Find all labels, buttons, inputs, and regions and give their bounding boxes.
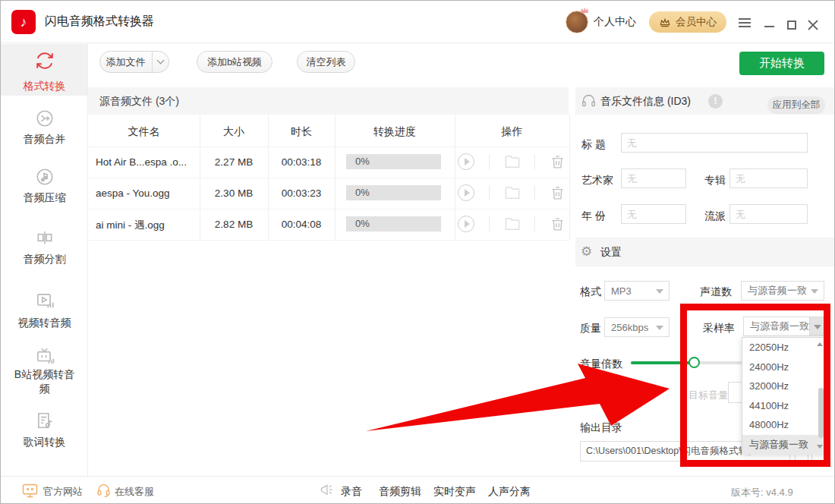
divider xyxy=(489,216,490,232)
close-button[interactable] xyxy=(808,20,818,30)
avatar-crown-icon xyxy=(579,6,590,14)
settings-title: 设置 xyxy=(600,246,622,260)
vip-center-label: 会员中心 xyxy=(676,15,717,29)
sidebar-item-audio-merge[interactable]: 音频合并 xyxy=(1,107,87,149)
official-site-link[interactable]: 官方网站 xyxy=(43,485,83,499)
channels-value: 与源音频一致 xyxy=(748,284,807,298)
source-files-title: 源音频文件 (3个) xyxy=(99,95,179,109)
avatar[interactable] xyxy=(566,11,588,33)
divider xyxy=(534,216,535,232)
genre-field[interactable] xyxy=(729,204,808,224)
quality-select[interactable]: 256kbps xyxy=(604,317,670,337)
file-size: 2.27 MB xyxy=(200,156,268,168)
volume-slider-fill xyxy=(631,361,694,364)
volume-option-label: 量 xyxy=(637,387,648,401)
dropdown-option-32000[interactable]: 32000Hz xyxy=(742,376,825,396)
start-convert-button[interactable]: 开始转换 xyxy=(739,52,824,75)
title-label: 标 题 xyxy=(581,138,606,152)
format-select[interactable]: MP3 xyxy=(604,281,670,301)
video-icon xyxy=(35,291,55,310)
add-bilibili-button[interactable]: 添加b站视频 xyxy=(197,51,273,73)
online-support-link[interactable]: 在线客服 xyxy=(115,485,154,499)
play-button[interactable] xyxy=(458,216,474,232)
title-field[interactable] xyxy=(621,133,808,153)
progress-bar: 0% xyxy=(346,185,441,200)
quality-label: 质量 xyxy=(580,322,601,335)
file-duration: 00:03:23 xyxy=(268,187,335,199)
info-icon[interactable]: ! xyxy=(708,94,723,109)
divider xyxy=(534,154,535,169)
sidebar-item-audio-compress[interactable]: 音频压缩 xyxy=(1,165,87,207)
col-filename: 文件名 xyxy=(88,125,200,139)
menu-icon[interactable] xyxy=(739,18,751,20)
volume-slider-handle[interactable] xyxy=(688,357,700,368)
col-size: 大小 xyxy=(200,125,268,139)
format-value: MP3 xyxy=(611,285,632,297)
artist-field[interactable] xyxy=(621,169,686,188)
dropdown-option-22050[interactable]: 22050Hz xyxy=(742,338,825,358)
dropdown-option-44100[interactable]: 44100Hz xyxy=(742,396,825,416)
chevron-down-icon xyxy=(814,325,821,329)
year-label: 年 份 xyxy=(581,209,606,223)
folder-button[interactable] xyxy=(504,185,521,200)
delete-button[interactable] xyxy=(550,153,566,170)
divider xyxy=(88,209,570,209)
folder-button[interactable] xyxy=(504,216,521,232)
user-center-link[interactable]: 个人中心 xyxy=(594,15,636,29)
dropdown-option-48000[interactable]: 48000Hz xyxy=(742,415,825,435)
year-field[interactable] xyxy=(621,204,686,224)
channels-select[interactable]: 与源音频一致 xyxy=(741,281,824,301)
channels-label: 声道数 xyxy=(700,285,732,299)
divider xyxy=(534,185,535,200)
sidebar-item-format-convert[interactable]: 格式转换 xyxy=(1,44,87,96)
samplerate-select[interactable]: 与源音频一致 xyxy=(743,317,826,336)
divider xyxy=(88,146,570,147)
divider xyxy=(88,178,570,178)
scroll-up-icon[interactable] xyxy=(817,342,823,346)
megaphone-icon xyxy=(320,484,334,496)
col-actions: 操作 xyxy=(455,125,569,139)
footer-link-vocal-split[interactable]: 人声分离 xyxy=(488,485,531,499)
footer-link-record[interactable]: 录音 xyxy=(341,485,362,499)
file-size: 2.82 MB xyxy=(200,219,268,230)
chevron-down-icon xyxy=(811,289,818,294)
divider xyxy=(88,240,570,241)
scrollbar-thumb[interactable] xyxy=(818,388,824,438)
delete-button[interactable] xyxy=(550,184,566,201)
play-button[interactable] xyxy=(458,153,474,170)
sidebar-item-label: 音频压缩 xyxy=(10,191,79,205)
file-name: aespa - You.ogg xyxy=(96,187,196,199)
file-duration: 00:03:18 xyxy=(268,156,335,168)
file-name: ai mini - 遇.ogg xyxy=(96,219,196,232)
play-button[interactable] xyxy=(458,184,474,201)
sidebar-item-bilibili-to-audio[interactable]: B站视频转音频 xyxy=(1,344,87,401)
sidebar-item-label: 视频转音频 xyxy=(10,316,79,330)
clear-list-button[interactable]: 清空列表 xyxy=(297,51,355,73)
add-file-button[interactable]: 添加文件 xyxy=(99,51,169,73)
sidebar-item-label: 音频分割 xyxy=(10,252,79,266)
quality-value: 256kbps xyxy=(611,322,648,333)
delete-button[interactable] xyxy=(550,216,566,232)
minimize-button[interactable] xyxy=(764,26,774,27)
sidebar-item-label: B站视频转音频 xyxy=(10,367,79,396)
samplerate-label: 采样率 xyxy=(703,322,735,335)
scroll-down-icon[interactable] xyxy=(817,445,823,449)
divider xyxy=(152,52,153,72)
dropdown-option-same-as-source[interactable]: 与源音频一致 xyxy=(742,435,825,455)
maximize-button[interactable] xyxy=(787,20,796,30)
apply-all-button[interactable]: 应用到全部 xyxy=(767,96,825,114)
dropdown-option-24000[interactable]: 24000Hz xyxy=(742,358,825,377)
convert-icon xyxy=(35,51,55,71)
vip-center-button[interactable]: 会员中心 xyxy=(649,11,726,33)
footer-link-voice-change[interactable]: 实时变声 xyxy=(433,485,476,499)
volume-option-checkbox[interactable] xyxy=(574,388,585,399)
gear-icon: ⚙ xyxy=(581,244,592,260)
footer-link-audio-edit[interactable]: 音频剪辑 xyxy=(379,485,421,499)
sidebar-item-lyrics-convert[interactable]: 歌词转换 xyxy=(1,408,87,452)
folder-button[interactable] xyxy=(504,154,521,169)
sidebar-item-audio-split[interactable]: 音频分割 xyxy=(1,225,87,267)
sidebar-item-video-to-audio[interactable]: 视频转音频 xyxy=(1,288,87,332)
sidebar-item-label: 音频合并 xyxy=(10,132,79,146)
artist-label: 艺术家 xyxy=(581,174,613,187)
album-field[interactable] xyxy=(729,169,808,188)
